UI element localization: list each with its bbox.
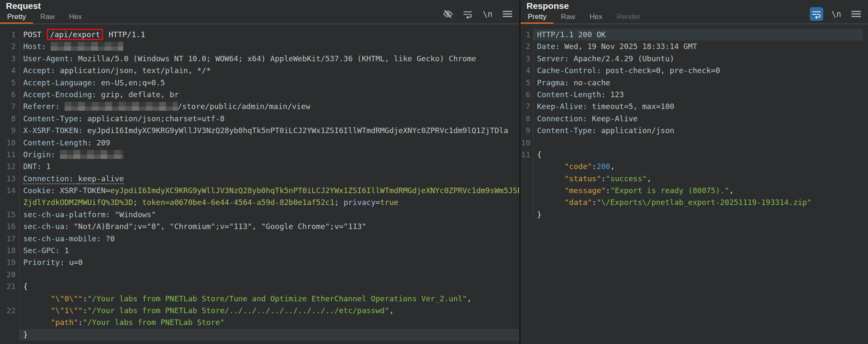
code-segment: , bbox=[729, 186, 734, 195]
code-line-text: "message":"Export is ready (80075).", bbox=[533, 185, 863, 197]
code-segment: Keep-Alive: bbox=[537, 102, 592, 111]
code-line-text: sec-ch-ua-platform: "Windows" bbox=[19, 209, 519, 221]
code-line: "status":"success", bbox=[521, 173, 868, 185]
code-line: 6Content-Length: 123 bbox=[521, 89, 868, 101]
code-segment: ; bbox=[133, 198, 142, 207]
code-segment: Content-Type: bbox=[537, 126, 601, 135]
code-segment: DNT: bbox=[23, 162, 46, 171]
tab-render: Render bbox=[610, 11, 648, 24]
line-number: 12 bbox=[0, 161, 19, 172]
code-line-text: { bbox=[533, 149, 863, 161]
code-segment: Wed, 19 Nov 2025 18:33:14 GMT bbox=[564, 42, 697, 51]
code-segment: Host: bbox=[23, 42, 51, 51]
line-number: 1 bbox=[0, 29, 19, 41]
line-number: 8 bbox=[521, 113, 533, 125]
code-line-text: "\"0\"":"/Your labs from PNETLab Store/T… bbox=[19, 293, 519, 305]
line-number bbox=[521, 173, 533, 185]
line-number bbox=[521, 161, 533, 172]
code-line-text: POST /api/export HTTP/1.1 bbox=[19, 29, 519, 41]
code-segment: User-Agent: bbox=[23, 54, 78, 63]
code-line-text: User-Agent: Mozilla/5.0 (Windows NT 10.0… bbox=[19, 53, 519, 65]
code-segment: : bbox=[606, 186, 610, 195]
line-number: 15 bbox=[0, 209, 19, 221]
newline-icon[interactable]: \n bbox=[830, 7, 843, 21]
menu-icon[interactable] bbox=[501, 7, 514, 21]
line-number: 20 bbox=[0, 269, 19, 281]
line-number: 7 bbox=[521, 101, 533, 112]
code-segment: keep-alive bbox=[78, 174, 124, 184]
line-number: 18 bbox=[0, 245, 19, 257]
code-line-text: "code":200, bbox=[533, 161, 863, 172]
code-segment: eyJpdiI6ImdyXC9KRG9yWllJV3NzQ28yb0hqTk5n… bbox=[110, 186, 519, 195]
response-title: Response bbox=[526, 1, 569, 11]
code-line-text: Priority: u=0 bbox=[19, 257, 519, 268]
line-number: 17 bbox=[0, 233, 19, 245]
code-segment: "\"1\"" bbox=[51, 306, 83, 315]
code-segment: , bbox=[610, 162, 615, 171]
code-line-text: Pragma: no-cache bbox=[533, 77, 863, 89]
request-editor[interactable]: 1POST /api/export HTTP/1.12Host: 3User-A… bbox=[0, 25, 519, 344]
code-segment: sec-ch-ua-mobile: bbox=[23, 234, 106, 243]
code-line: "path":"/Your labs from PNETLab Store" bbox=[0, 317, 519, 328]
tab-pretty[interactable]: Pretty bbox=[0, 11, 33, 24]
code-segment bbox=[537, 162, 564, 171]
code-segment: Referer: bbox=[23, 102, 65, 111]
code-segment: : bbox=[592, 162, 597, 171]
code-line-text: Accept: application/json, text/plain, */… bbox=[19, 65, 519, 76]
code-segment: "/Your labs from PNETLab Store/../../../… bbox=[87, 306, 389, 315]
code-segment: : bbox=[592, 198, 597, 207]
tab-raw[interactable]: Raw bbox=[33, 11, 62, 24]
code-segment: Cookie: bbox=[23, 186, 60, 195]
code-segment: gzip, deflate, br bbox=[101, 90, 179, 99]
line-number: 6 bbox=[0, 89, 19, 101]
line-number bbox=[521, 185, 533, 197]
code-segment: 123 bbox=[610, 90, 624, 99]
line-number: 19 bbox=[0, 257, 19, 268]
code-segment: "path" bbox=[51, 318, 78, 327]
newline-icon[interactable]: \n bbox=[481, 7, 494, 21]
code-segment: application/json, text/plain, */* bbox=[60, 66, 211, 75]
code-line: 5Accept-Language: en-US,en;q=0.5 bbox=[0, 77, 519, 89]
code-line: 9X-XSRF-TOKEN: eyJpdiI6ImdyXC9KRG9yWllJV… bbox=[0, 125, 519, 137]
code-segment: "\/Exports\/pnetlab_export-20251119-1933… bbox=[597, 198, 811, 207]
code-line: 12DNT: 1 bbox=[0, 161, 519, 172]
code-line: 10Content-Length: 209 bbox=[0, 137, 519, 149]
code-line-text: "data":"\/Exports\/pnetlab_export-202511… bbox=[533, 197, 863, 208]
response-editor[interactable]: 1HTTP/1.1 200 OK2Date: Wed, 19 Nov 2025 … bbox=[521, 25, 868, 344]
code-line: 4Cache-Control: post-check=0, pre-check=… bbox=[521, 65, 868, 76]
code-line: 7Keep-Alive: timeout=5, max=100 bbox=[521, 101, 868, 112]
code-line: 17sec-ch-ua-mobile: ?0 bbox=[0, 233, 519, 245]
code-line-text: sec-ch-ua: "Not/A)Brand";v="8", "Chromiu… bbox=[19, 221, 519, 232]
line-number: 16 bbox=[0, 221, 19, 232]
code-segment: post-check=0, pre-check=0 bbox=[606, 66, 720, 75]
code-segment bbox=[537, 174, 564, 183]
tab-raw[interactable]: Raw bbox=[553, 11, 582, 24]
tab-hex[interactable]: Hex bbox=[62, 11, 89, 24]
code-line: "data":"\/Exports\/pnetlab_export-202511… bbox=[521, 197, 868, 208]
code-line: 8Content-Type: application/json;charset=… bbox=[0, 113, 519, 125]
code-line-text: Cookie: XSRF-TOKEN=eyJpdiI6ImdyXC9KRG9yW… bbox=[19, 185, 519, 197]
code-line-text: Content-Type: application/json;charset=u… bbox=[19, 113, 519, 125]
code-line-text: Referer: /store/public/admin/main/view bbox=[19, 101, 519, 112]
word-wrap-icon-active[interactable] bbox=[810, 7, 823, 21]
tab-pretty[interactable]: Pretty bbox=[521, 11, 553, 24]
line-number: 22 bbox=[0, 305, 19, 317]
request-header: Request Pretty Raw Hex bbox=[0, 0, 519, 24]
code-segment bbox=[537, 186, 564, 195]
code-segment: no-cache bbox=[574, 78, 610, 87]
code-segment: "/Your labs from PNETLab Store" bbox=[83, 318, 225, 327]
code-line-text: Origin: bbox=[19, 149, 519, 161]
word-wrap-icon[interactable] bbox=[461, 7, 475, 21]
code-segment: privacy bbox=[344, 198, 376, 207]
code-segment: Accept: bbox=[23, 66, 60, 75]
line-number: 5 bbox=[521, 77, 533, 89]
eye-off-icon[interactable] bbox=[441, 7, 455, 21]
line-number: 11 bbox=[0, 149, 19, 161]
code-line-text: HTTP/1.1 200 OK bbox=[533, 29, 863, 41]
tab-hex[interactable]: Hex bbox=[582, 11, 609, 24]
menu-icon[interactable] bbox=[849, 7, 863, 21]
code-line: 2Date: Wed, 19 Nov 2025 18:33:14 GMT bbox=[521, 41, 868, 52]
line-number: 9 bbox=[0, 125, 19, 137]
line-number: 13 bbox=[0, 173, 19, 185]
code-segment bbox=[23, 294, 51, 303]
